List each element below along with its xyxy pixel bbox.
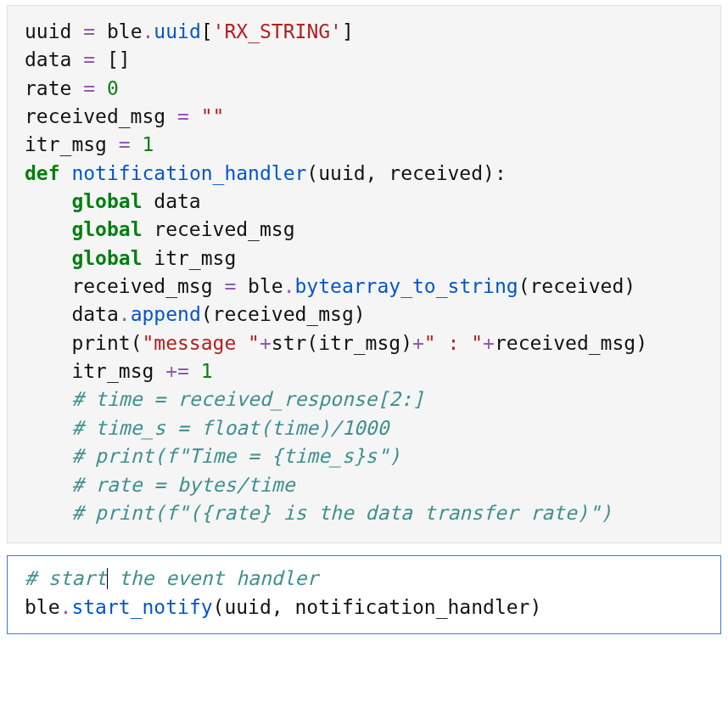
code-text: ble bbox=[95, 20, 142, 42]
bracket-open: [ bbox=[201, 20, 213, 42]
indent bbox=[25, 218, 71, 240]
attr-bytearraytostring: bytearray_to_string bbox=[295, 275, 518, 297]
code-text: ble bbox=[236, 275, 283, 297]
indent bbox=[25, 474, 71, 496]
indent bbox=[25, 247, 71, 269]
op-plusequal: += bbox=[165, 360, 189, 382]
code-text: rate bbox=[25, 77, 83, 99]
code-text: print( bbox=[71, 332, 142, 354]
code-block-2[interactable]: # start the event handler ble.start_noti… bbox=[25, 565, 703, 621]
code-text: (uuid, notification_handler) bbox=[213, 596, 542, 618]
code-text: (received_msg) bbox=[201, 303, 366, 325]
indent bbox=[25, 275, 71, 297]
op-dot: . bbox=[119, 303, 131, 325]
code-text: itr_msg bbox=[71, 360, 165, 382]
string-literal: 'RX_STRING' bbox=[213, 20, 342, 42]
code-text: (uuid, received): bbox=[306, 162, 506, 184]
string-literal: " : " bbox=[424, 332, 483, 354]
space bbox=[95, 77, 107, 99]
op-plus: + bbox=[412, 332, 424, 354]
num-literal: 0 bbox=[107, 77, 119, 99]
code-text: received_msg bbox=[25, 105, 177, 127]
op-assign: = bbox=[83, 77, 95, 99]
space bbox=[131, 133, 143, 155]
indent bbox=[25, 502, 71, 524]
indent bbox=[25, 303, 71, 325]
code-text: [] bbox=[95, 48, 131, 70]
attr-uuid: uuid bbox=[154, 20, 200, 42]
op-assign: = bbox=[119, 133, 131, 155]
kw-global: global bbox=[71, 190, 142, 212]
code-text: data bbox=[142, 190, 200, 212]
indent bbox=[25, 417, 71, 439]
code-text: received_msg bbox=[142, 218, 294, 240]
code-text: data bbox=[71, 303, 118, 325]
num-literal: 1 bbox=[143, 133, 154, 155]
code-text: ble bbox=[25, 596, 60, 618]
comment: # rate = bytes/time bbox=[71, 474, 294, 496]
op-assign: = bbox=[83, 20, 95, 42]
indent bbox=[25, 388, 71, 410]
string-literal: "" bbox=[201, 105, 225, 127]
kw-global: global bbox=[71, 218, 142, 240]
op-dot: . bbox=[143, 20, 154, 42]
attr-startnotify: start_notify bbox=[71, 596, 212, 618]
num-literal: 1 bbox=[201, 360, 213, 382]
op-dot: . bbox=[60, 596, 72, 618]
comment: # print(f"({rate} is the data transfer r… bbox=[71, 502, 612, 524]
op-plus: + bbox=[260, 332, 272, 354]
code-text: data bbox=[25, 48, 83, 70]
op-plus: + bbox=[483, 332, 495, 354]
code-text: (received) bbox=[518, 275, 636, 297]
indent bbox=[25, 445, 71, 467]
comment: the event handler bbox=[107, 567, 318, 589]
op-assign: = bbox=[224, 275, 236, 297]
space bbox=[60, 162, 72, 184]
kw-global: global bbox=[71, 247, 142, 269]
code-text: itr_msg bbox=[25, 133, 119, 155]
attr-append: append bbox=[131, 303, 201, 325]
string-literal: "message " bbox=[142, 332, 259, 354]
op-assign: = bbox=[83, 48, 95, 70]
space bbox=[189, 105, 201, 127]
code-text: received_msg bbox=[71, 275, 224, 297]
code-cell-active[interactable]: # start the event handler ble.start_noti… bbox=[7, 555, 721, 634]
comment: # time_s = float(time)/1000 bbox=[71, 417, 389, 439]
comment: # start bbox=[25, 567, 107, 589]
code-block-1: uuid = ble.uuid['RX_STRING'] data = [] r… bbox=[25, 18, 703, 527]
bracket-close: ] bbox=[342, 20, 354, 42]
code-text: str(itr_msg) bbox=[272, 332, 412, 354]
space bbox=[189, 360, 201, 382]
op-assign: = bbox=[177, 105, 189, 127]
code-text: uuid bbox=[25, 20, 83, 42]
kw-def: def bbox=[25, 162, 60, 184]
comment: # print(f"Time = {time_s}s") bbox=[71, 445, 400, 467]
indent bbox=[25, 190, 71, 212]
comment: # time = received_response[2:] bbox=[71, 388, 423, 410]
indent bbox=[25, 360, 71, 382]
code-text: itr_msg bbox=[142, 247, 236, 269]
op-dot: . bbox=[283, 275, 295, 297]
code-cell-executed: uuid = ble.uuid['RX_STRING'] data = [] r… bbox=[7, 5, 721, 543]
code-text: received_msg) bbox=[495, 332, 647, 354]
indent bbox=[25, 332, 71, 354]
func-name: notification_handler bbox=[71, 162, 306, 184]
